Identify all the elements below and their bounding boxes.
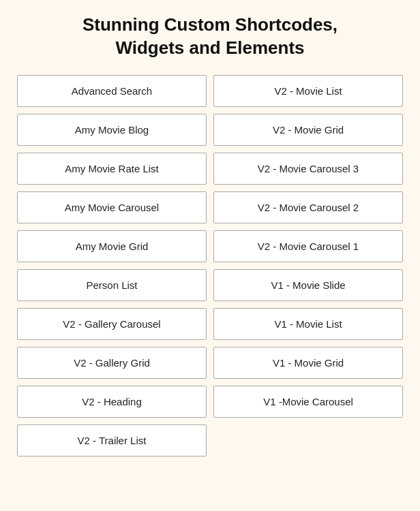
right-column: V2 - Movie ListV2 - Movie GridV2 - Movie… bbox=[213, 75, 403, 456]
shortcodes-grid: Advanced SearchAmy Movie BlogAmy Movie R… bbox=[14, 75, 406, 456]
right-item-2[interactable]: V2 - Movie Carousel 3 bbox=[213, 153, 403, 185]
left-item-3[interactable]: Amy Movie Carousel bbox=[17, 191, 207, 223]
right-item-3[interactable]: V2 - Movie Carousel 2 bbox=[213, 191, 403, 223]
right-item-8[interactable]: V1 -Movie Carousel bbox=[213, 386, 403, 418]
right-item-5[interactable]: V1 - Movie Slide bbox=[213, 269, 403, 301]
page-title: Stunning Custom Shortcodes, Widgets and … bbox=[14, 14, 406, 60]
right-item-4[interactable]: V2 - Movie Carousel 1 bbox=[213, 230, 403, 262]
left-item-4[interactable]: Amy Movie Grid bbox=[17, 230, 207, 262]
right-item-6[interactable]: V1 - Movie List bbox=[213, 308, 403, 340]
left-item-0[interactable]: Advanced Search bbox=[17, 75, 207, 107]
left-column: Advanced SearchAmy Movie BlogAmy Movie R… bbox=[17, 75, 207, 456]
left-item-1[interactable]: Amy Movie Blog bbox=[17, 114, 207, 146]
left-item-8[interactable]: V2 - Heading bbox=[17, 386, 207, 418]
left-item-5[interactable]: Person List bbox=[17, 269, 207, 301]
right-item-1[interactable]: V2 - Movie Grid bbox=[213, 114, 403, 146]
left-item-9[interactable]: V2 - Trailer List bbox=[17, 424, 207, 456]
left-item-2[interactable]: Amy Movie Rate List bbox=[17, 153, 207, 185]
left-item-6[interactable]: V2 - Gallery Carousel bbox=[17, 308, 207, 340]
left-item-7[interactable]: V2 - Gallery Grid bbox=[17, 347, 207, 379]
right-item-7[interactable]: V1 - Movie Grid bbox=[213, 347, 403, 379]
right-item-0[interactable]: V2 - Movie List bbox=[213, 75, 403, 107]
